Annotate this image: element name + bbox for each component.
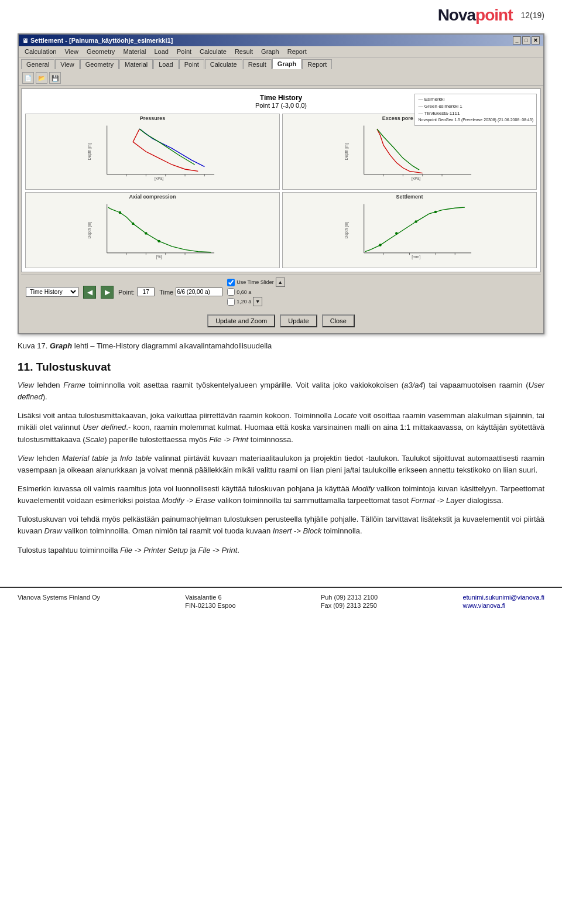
svg-text:[kPa]: [kPa]	[155, 176, 163, 181]
tab-graph[interactable]: Graph	[272, 59, 301, 69]
slider-val1-row: 0,60 a	[227, 288, 285, 296]
menu-report[interactable]: Report	[284, 47, 310, 56]
slider-val1-label: 0,60 a	[237, 289, 251, 295]
paragraph-6: Tulostus tapahtuu toiminnoilla File -> P…	[18, 545, 544, 556]
update-zoom-button[interactable]: Update and Zoom	[207, 314, 275, 327]
close-button[interactable]: Close	[322, 314, 355, 327]
app-title-bar: 🖥 Settlement - [Painuma_käyttöohje_esime…	[19, 35, 543, 46]
menu-calculation[interactable]: Calculation	[21, 47, 60, 56]
use-slider-row: Use Time Slider ▲	[227, 278, 285, 287]
tab-calculate[interactable]: Calculate	[205, 59, 242, 69]
tab-load[interactable]: Load	[153, 59, 178, 69]
icon-toolbar: 📄 📂 💾	[19, 70, 543, 86]
svg-text:[mm]: [mm]	[412, 255, 420, 259]
slider-down-btn[interactable]: ▼	[253, 297, 262, 306]
action-buttons: Update and Zoom Update Close	[21, 311, 541, 331]
logo: Novapoint	[438, 6, 513, 25]
menu-bar: Calculation View Geometry Material Load …	[19, 46, 543, 57]
svg-point-39	[414, 220, 417, 223]
time-input[interactable]	[176, 288, 222, 296]
excess-pore-svg: Depth [m] [kPa]	[283, 122, 536, 181]
point-label: Point:	[118, 289, 135, 296]
svg-text:Depth [m]: Depth [m]	[344, 143, 349, 160]
slider-val2-row: 1,20 a ▼	[227, 297, 285, 306]
paragraph-5: Tulostuskuvan voi tehdä myös pelkästään …	[18, 514, 544, 537]
time-label: Time	[159, 289, 173, 296]
win-controls: _ □ ✕	[513, 36, 540, 45]
svg-point-37	[379, 244, 381, 246]
point-input[interactable]	[137, 288, 155, 296]
svg-point-27	[157, 240, 160, 242]
tab-material[interactable]: Material	[119, 59, 153, 69]
tab-result[interactable]: Result	[243, 59, 272, 69]
tab-view[interactable]: View	[55, 59, 80, 69]
tab-point[interactable]: Point	[179, 59, 204, 69]
axial-compression-svg: Depth [m] [%]	[26, 201, 279, 259]
toolbar-tabs: General View Geometry Material Load Poin…	[19, 57, 543, 70]
svg-point-24	[119, 211, 121, 214]
slider-val2-label: 1,20 a	[237, 299, 251, 304]
use-time-slider-label: Use Time Slider	[237, 279, 274, 285]
logo-area: Novapoint 12(19)	[438, 6, 544, 25]
menu-result[interactable]: Result	[231, 47, 256, 56]
paragraph-1: View lehden Frame toiminnolla voit asett…	[18, 379, 544, 403]
menu-point[interactable]: Point	[173, 47, 195, 56]
svg-text:Depth [m]: Depth [m]	[87, 221, 92, 238]
logo-accent: point	[475, 6, 512, 24]
paragraph-2: Lisäksi voit antaa tulostusmittakaavan, …	[18, 410, 544, 445]
graph-area: Time History Point 17 (-3,0 0,0) — Esime…	[21, 88, 541, 272]
menu-calculate[interactable]: Calculate	[196, 47, 230, 56]
figure-caption: Kuva 17. Graph lehti – Time-History diag…	[18, 341, 544, 350]
pressures-graph: Pressures Depth [m] [kPa]	[25, 114, 280, 190]
close-button[interactable]: ✕	[532, 36, 540, 45]
app-window: 🖥 Settlement - [Painuma_käyttöohje_esime…	[18, 33, 544, 334]
pressures-title: Pressures	[26, 114, 279, 122]
menu-geometry[interactable]: Geometry	[83, 47, 118, 56]
email-link[interactable]: etunimi.sukunimi@vianova.fi	[462, 594, 544, 601]
svg-text:[kPa]: [kPa]	[412, 176, 420, 181]
slider-up-btn[interactable]: ▲	[276, 278, 285, 287]
legend-item-2: — Green esimerkki 1	[418, 103, 533, 110]
svg-text:[%]: [%]	[156, 255, 162, 259]
address-line2: FIN-02130 Espoo	[185, 602, 235, 609]
svg-point-25	[132, 223, 134, 225]
slider-val1-checkbox[interactable]	[227, 288, 235, 296]
tab-general[interactable]: General	[21, 59, 54, 69]
graph-bottom-row: Axial compression Depth [m] [%]	[25, 192, 537, 268]
legend-item-4: Novapoint GeoGeo 1.5 (Prerelease 20308) …	[418, 117, 533, 124]
footer-company: Vianova Systems Finland Oy	[18, 594, 100, 609]
use-time-slider-checkbox[interactable]	[227, 279, 235, 286]
menu-material[interactable]: Material	[119, 47, 149, 56]
dropdown-group: Time History	[26, 287, 78, 297]
settlement-title: Settlement	[283, 193, 536, 201]
paragraph-4: Esimerkin kuvassa oli valmis raamitus jo…	[18, 483, 544, 507]
controls-bar: Time History ◀ ▶ Point: Time Use Time Sl…	[21, 275, 541, 309]
minimize-button[interactable]: _	[513, 36, 521, 45]
footer-address: Vaisalantie 6 FIN-02130 Espoo	[185, 594, 235, 609]
view-type-select[interactable]: Time History	[26, 287, 78, 297]
update-button[interactable]: Update	[280, 314, 317, 327]
footer-phone: Puh (09) 2313 2100 Fax (09) 2313 2250	[321, 594, 378, 609]
menu-view[interactable]: View	[61, 47, 82, 56]
svg-text:Depth [m]: Depth [m]	[87, 143, 92, 160]
next-arrow[interactable]: ▶	[101, 286, 114, 299]
page-header: Novapoint 12(19)	[0, 0, 562, 28]
legend-item-1: — Esimerkki	[418, 96, 533, 103]
svg-text:Depth [m]: Depth [m]	[344, 221, 349, 238]
point-group: Point:	[118, 288, 155, 296]
new-icon[interactable]: 📄	[22, 72, 34, 84]
legend-box: — Esimerkki — Green esimerkki 1 — Tlin/l…	[414, 94, 537, 126]
fax: Fax (09) 2313 2250	[321, 602, 378, 609]
menu-graph[interactable]: Graph	[258, 47, 283, 56]
prev-arrow[interactable]: ◀	[83, 286, 96, 299]
phone: Puh (09) 2313 2100	[321, 594, 378, 601]
tab-report[interactable]: Report	[302, 59, 332, 69]
tab-geometry[interactable]: Geometry	[80, 59, 119, 69]
save-icon[interactable]: 💾	[49, 72, 61, 84]
slider-val2-checkbox[interactable]	[227, 298, 235, 306]
slider-group: Use Time Slider ▲ 0,60 a 1,20 a ▼	[227, 278, 285, 306]
website-link[interactable]: www.vianova.fi	[462, 602, 544, 609]
menu-load[interactable]: Load	[151, 47, 172, 56]
maximize-button[interactable]: □	[522, 36, 530, 45]
open-icon[interactable]: 📂	[36, 72, 47, 84]
